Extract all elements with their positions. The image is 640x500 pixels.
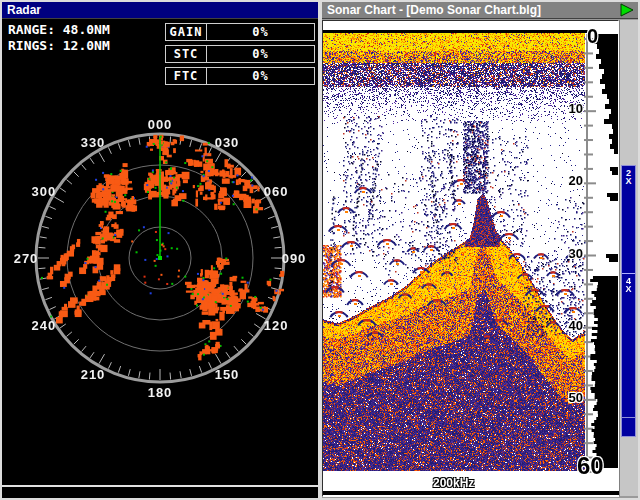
depth-label-60: 60 bbox=[577, 452, 604, 480]
sonar-title: Sonar Chart - [Demo Sonar Chart.blg] bbox=[327, 3, 541, 17]
bearing-label-180: 180 bbox=[148, 385, 173, 400]
bearing-label-090: 090 bbox=[282, 251, 307, 266]
depth-label-20: 20 bbox=[569, 173, 583, 188]
bearing-label-330: 330 bbox=[81, 134, 106, 149]
zoom-range-bar: 2 X 4 X bbox=[621, 165, 636, 437]
depth-label-10: 10 bbox=[569, 101, 583, 116]
radar-window-bottom-edge bbox=[2, 485, 318, 487]
bearing-label-150: 150 bbox=[215, 367, 240, 382]
bearing-label-000: 000 bbox=[148, 117, 173, 132]
sonar-echogram[interactable]: 0102030405060 200kHz bbox=[322, 20, 618, 496]
bearing-label-060: 060 bbox=[264, 184, 289, 199]
app-screen: Radar RANGE: 48.0NM RINGS: 12.0NM GAIN 0… bbox=[0, 0, 640, 500]
frequency-label: 200kHz bbox=[433, 476, 474, 490]
bearing-label-030: 030 bbox=[215, 134, 240, 149]
zoom-4x-button[interactable]: 4 X bbox=[622, 274, 635, 436]
depth-label-40: 40 bbox=[569, 318, 583, 333]
depth-label-30: 30 bbox=[569, 246, 583, 261]
sonar-titlebar[interactable]: Sonar Chart - [Demo Sonar Chart.blg] bbox=[322, 2, 638, 19]
zoom-2x-button[interactable]: 2 X bbox=[622, 166, 635, 274]
depth-label-0: 0 bbox=[587, 25, 598, 48]
radar-scope-display[interactable] bbox=[2, 16, 318, 485]
radar-window: Radar RANGE: 48.0NM RINGS: 12.0NM GAIN 0… bbox=[0, 0, 320, 500]
sonar-window: Sonar Chart - [Demo Sonar Chart.blg] 010… bbox=[320, 0, 640, 500]
zoom-bar-notch bbox=[622, 417, 635, 436]
bearing-label-120: 120 bbox=[264, 318, 289, 333]
bearing-label-240: 240 bbox=[32, 318, 57, 333]
bearing-label-300: 300 bbox=[32, 184, 57, 199]
bearing-label-210: 210 bbox=[81, 367, 106, 382]
zoom-scrollbar-track[interactable]: 2 X 4 X bbox=[619, 20, 638, 496]
depth-label-50: 50 bbox=[569, 390, 583, 405]
radar-title: Radar bbox=[7, 3, 41, 17]
bearing-label-270: 270 bbox=[14, 251, 39, 266]
play-icon[interactable] bbox=[618, 3, 636, 17]
